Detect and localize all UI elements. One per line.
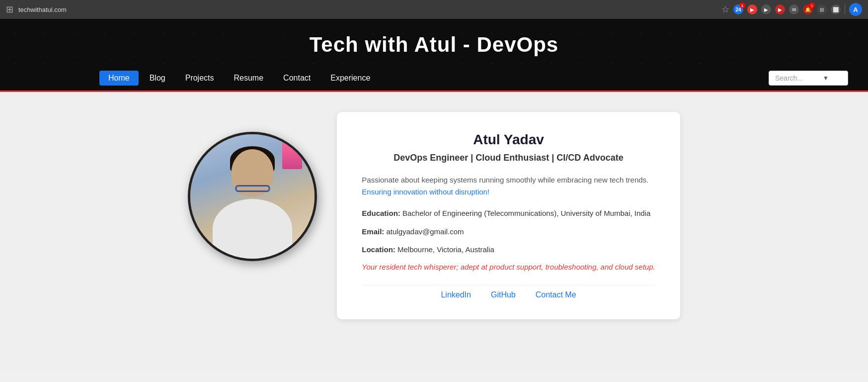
nav-item-home[interactable]: Home (99, 71, 139, 86)
search-box[interactable]: Search... ▼ (769, 71, 848, 86)
navigation-bar: Home Blog Projects Resume Contact Experi… (0, 66, 868, 91)
browser-toolbar: ☆ 24 1 ▶ ▶ ▶ ✉ 🔔 1 ⊟ ⬜ A (721, 3, 862, 16)
profile-photo-inner (190, 134, 315, 259)
profile-description: Passionate about keeping systems running… (362, 174, 655, 198)
profile-desc-line1: Passionate about keeping systems running… (362, 176, 648, 184)
profile-title: DevOps Engineer | Cloud Enthusiast | CI/… (362, 153, 655, 163)
profile-location: Location: Melbourne, Victoria, Australia (362, 244, 655, 256)
site-title: Tech with Atul - DevOps (0, 33, 868, 66)
education-label: Education: (362, 209, 400, 217)
nav-item-resume[interactable]: Resume (225, 71, 273, 86)
profile-photo (188, 132, 317, 261)
extension-icon-4[interactable]: ▶ (775, 4, 785, 14)
tabs-icon: ⊞ (6, 4, 13, 15)
email-value: atulgyadav@gmail.com (386, 227, 464, 236)
email-label: Email: (362, 227, 384, 236)
location-label: Location: (362, 245, 395, 254)
person-body (213, 199, 292, 259)
profile-photo-container (188, 132, 317, 261)
nav-links: Home Blog Projects Resume Contact Experi… (99, 66, 379, 91)
nav-item-projects[interactable]: Projects (176, 71, 223, 86)
profile-links: LinkedIn GitHub Contact Me (362, 285, 655, 299)
nav-item-experience[interactable]: Experience (321, 71, 379, 86)
profile-desc-line2: Ensuring innovation without disruption! (362, 188, 489, 196)
user-avatar[interactable]: A (849, 3, 862, 16)
person-face (232, 149, 274, 196)
browser-chrome: ⊞ techwithatul.com ☆ 24 1 ▶ ▶ ▶ ✉ 🔔 1 ⊟ … (0, 0, 868, 19)
background-poster (282, 142, 302, 169)
extension-icon-8[interactable]: ⬜ (831, 4, 841, 14)
extension-icon-1[interactable]: 24 1 (733, 4, 743, 14)
toolbar-divider (845, 4, 845, 14)
person-glasses (235, 185, 270, 192)
nav-item-contact[interactable]: Contact (274, 71, 319, 86)
bookmark-icon[interactable]: ☆ (721, 4, 729, 15)
education-value: Bachelor of Engineering (Telecommunicati… (402, 209, 650, 217)
address-bar[interactable]: techwithatul.com (18, 6, 716, 13)
extension-icon-3[interactable]: ▶ (761, 4, 771, 14)
extension-icon-7[interactable]: ⊟ (817, 4, 827, 14)
profile-tagline: Your resident tech whisperer; adept at p… (362, 263, 655, 271)
profile-name: Atul Yadav (362, 132, 655, 148)
site-header: Tech with Atul - DevOps Home Blog Projec… (0, 19, 868, 92)
extension-icon-5[interactable]: ✉ (789, 4, 799, 14)
contact-link[interactable]: Contact Me (536, 290, 576, 299)
main-content: Atul Yadav DevOps Engineer | Cloud Enthu… (0, 92, 868, 371)
linkedin-link[interactable]: LinkedIn (441, 290, 471, 299)
profile-card: Atul Yadav DevOps Engineer | Cloud Enthu… (337, 112, 680, 319)
search-placeholder: Search... (775, 74, 803, 82)
profile-education: Education: Bachelor of Engineering (Tele… (362, 208, 655, 219)
search-dropdown-icon[interactable]: ▼ (823, 75, 829, 82)
location-value: Melbourne, Victoria, Australia (397, 245, 494, 254)
nav-item-blog[interactable]: Blog (141, 71, 174, 86)
extension-icon-2[interactable]: ▶ (747, 4, 757, 14)
profile-email: Email: atulgyadav@gmail.com (362, 226, 655, 238)
github-link[interactable]: GitHub (491, 290, 516, 299)
extension-icon-6[interactable]: 🔔 1 (803, 4, 813, 14)
